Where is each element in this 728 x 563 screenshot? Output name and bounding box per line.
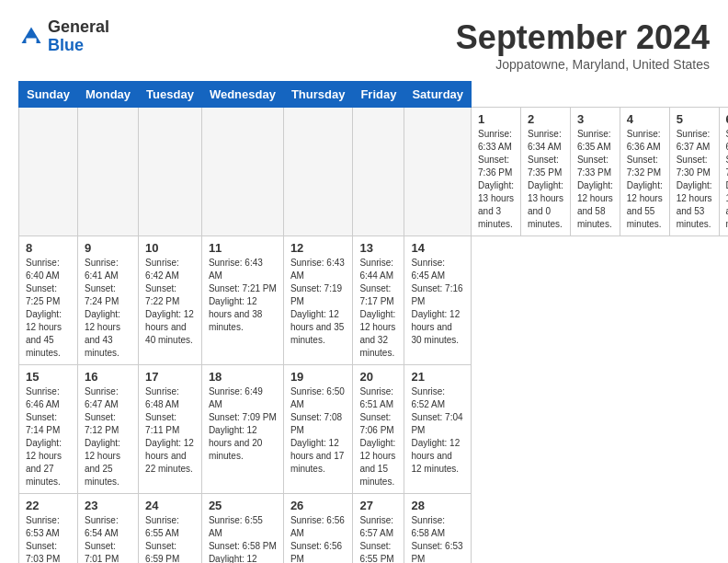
day-info: Sunrise: 6:44 AMSunset: 7:17 PMDaylight:… (359, 257, 397, 360)
col-wednesday: Wednesday (201, 82, 283, 108)
calendar-day: 23Sunrise: 6:54 AMSunset: 7:01 PMDayligh… (77, 494, 138, 564)
svg-rect-1 (26, 38, 36, 43)
day-number: 16 (85, 370, 131, 384)
calendar-day: 19Sunrise: 6:50 AMSunset: 7:08 PMDayligh… (283, 365, 353, 494)
day-number: 1 (478, 112, 514, 126)
day-number: 11 (209, 241, 277, 255)
day-number: 17 (145, 370, 195, 384)
day-number: 13 (359, 241, 397, 255)
day-number: 12 (290, 241, 347, 255)
col-monday: Monday (77, 82, 138, 108)
calendar-week-row: 1Sunrise: 6:33 AMSunset: 7:36 PMDaylight… (19, 108, 729, 236)
day-number: 4 (627, 112, 663, 126)
day-number: 15 (26, 370, 71, 384)
calendar-day (19, 108, 78, 236)
col-sunday: Sunday (19, 82, 78, 108)
page-header: General Blue September 2024 Joppatowne, … (18, 18, 710, 72)
day-info: Sunrise: 6:42 AMSunset: 7:22 PMDaylight:… (145, 257, 195, 347)
calendar-day: 12Sunrise: 6:43 AMSunset: 7:19 PMDayligh… (283, 236, 353, 365)
calendar-day (353, 108, 404, 236)
day-number: 28 (411, 499, 464, 512)
day-info: Sunrise: 6:34 AMSunset: 7:35 PMDaylight:… (528, 128, 563, 231)
day-info: Sunrise: 6:47 AMSunset: 7:12 PMDaylight:… (85, 385, 131, 488)
day-number: 14 (411, 241, 464, 255)
month-title: September 2024 (456, 18, 710, 57)
calendar-day (77, 108, 138, 236)
calendar-day: 10Sunrise: 6:42 AMSunset: 7:22 PMDayligh… (139, 236, 202, 365)
calendar-day: 22Sunrise: 6:53 AMSunset: 7:03 PMDayligh… (19, 494, 78, 564)
calendar-day: 9Sunrise: 6:41 AMSunset: 7:24 PMDaylight… (77, 236, 138, 365)
day-info: Sunrise: 6:37 AMSunset: 7:30 PMDaylight:… (677, 128, 712, 231)
day-number: 18 (209, 370, 277, 384)
day-number: 26 (290, 499, 347, 512)
day-info: Sunrise: 6:33 AMSunset: 7:36 PMDaylight:… (478, 128, 514, 231)
calendar-day: 20Sunrise: 6:51 AMSunset: 7:06 PMDayligh… (353, 365, 404, 494)
day-number: 3 (577, 112, 613, 126)
calendar-day: 5Sunrise: 6:37 AMSunset: 7:30 PMDaylight… (669, 108, 719, 236)
calendar-day (404, 108, 472, 236)
day-info: Sunrise: 6:36 AMSunset: 7:32 PMDaylight:… (627, 128, 663, 231)
col-tuesday: Tuesday (139, 82, 202, 108)
calendar-day: 6Sunrise: 6:38 AMSunset: 7:29 PMDaylight… (719, 108, 728, 236)
calendar-table: Sunday Monday Tuesday Wednesday Thursday… (18, 81, 728, 563)
day-number: 9 (85, 241, 131, 255)
day-info: Sunrise: 6:53 AMSunset: 7:03 PMDaylight:… (26, 514, 71, 563)
col-thursday: Thursday (283, 82, 353, 108)
day-info: Sunrise: 6:41 AMSunset: 7:24 PMDaylight:… (85, 257, 131, 360)
calendar-day: 17Sunrise: 6:48 AMSunset: 7:11 PMDayligh… (139, 365, 202, 494)
day-number: 25 (209, 499, 277, 512)
day-info: Sunrise: 6:55 AMSunset: 6:58 PMDaylight:… (209, 514, 277, 563)
calendar-day: 1Sunrise: 6:33 AMSunset: 7:36 PMDaylight… (472, 108, 521, 236)
calendar-header-row: Sunday Monday Tuesday Wednesday Thursday… (19, 82, 729, 108)
calendar-day: 21Sunrise: 6:52 AMSunset: 7:04 PMDayligh… (404, 365, 472, 494)
day-info: Sunrise: 6:52 AMSunset: 7:04 PMDaylight:… (411, 385, 464, 476)
calendar-day: 24Sunrise: 6:55 AMSunset: 6:59 PMDayligh… (139, 494, 202, 564)
day-info: Sunrise: 6:45 AMSunset: 7:16 PMDaylight:… (411, 257, 464, 347)
day-info: Sunrise: 6:35 AMSunset: 7:33 PMDaylight:… (577, 128, 613, 231)
day-number: 27 (359, 499, 397, 512)
calendar-day: 15Sunrise: 6:46 AMSunset: 7:14 PMDayligh… (19, 365, 78, 494)
day-info: Sunrise: 6:49 AMSunset: 7:09 PMDaylight:… (209, 385, 277, 463)
day-info: Sunrise: 6:46 AMSunset: 7:14 PMDaylight:… (26, 385, 71, 488)
day-info: Sunrise: 6:48 AMSunset: 7:11 PMDaylight:… (145, 385, 195, 476)
day-info: Sunrise: 6:51 AMSunset: 7:06 PMDaylight:… (359, 385, 397, 488)
day-info: Sunrise: 6:56 AMSunset: 6:56 PMDaylight:… (290, 514, 347, 563)
calendar-day (283, 108, 353, 236)
day-info: Sunrise: 6:43 AMSunset: 7:21 PMDaylight:… (209, 257, 277, 334)
logo-text: General Blue (48, 18, 109, 55)
day-number: 2 (528, 112, 563, 126)
calendar-day: 25Sunrise: 6:55 AMSunset: 6:58 PMDayligh… (201, 494, 283, 564)
calendar-week-row: 8Sunrise: 6:40 AMSunset: 7:25 PMDaylight… (19, 236, 729, 365)
day-number: 23 (85, 499, 131, 512)
col-friday: Friday (353, 82, 404, 108)
calendar-day: 3Sunrise: 6:35 AMSunset: 7:33 PMDaylight… (570, 108, 620, 236)
calendar-day: 14Sunrise: 6:45 AMSunset: 7:16 PMDayligh… (404, 236, 472, 365)
calendar-day: 26Sunrise: 6:56 AMSunset: 6:56 PMDayligh… (283, 494, 353, 564)
day-info: Sunrise: 6:57 AMSunset: 6:55 PMDaylight:… (359, 514, 397, 563)
calendar-day: 28Sunrise: 6:58 AMSunset: 6:53 PMDayligh… (404, 494, 472, 564)
location: Joppatowne, Maryland, United States (456, 57, 710, 72)
calendar-day: 4Sunrise: 6:36 AMSunset: 7:32 PMDaylight… (620, 108, 669, 236)
day-number: 24 (145, 499, 195, 512)
day-number: 5 (677, 112, 712, 126)
calendar-day (139, 108, 202, 236)
day-number: 21 (411, 370, 464, 384)
calendar-week-row: 22Sunrise: 6:53 AMSunset: 7:03 PMDayligh… (19, 494, 729, 564)
calendar-day: 16Sunrise: 6:47 AMSunset: 7:12 PMDayligh… (77, 365, 138, 494)
day-info: Sunrise: 6:55 AMSunset: 6:59 PMDaylight:… (145, 514, 195, 563)
day-number: 10 (145, 241, 195, 255)
col-saturday: Saturday (404, 82, 472, 108)
day-number: 22 (26, 499, 71, 512)
day-info: Sunrise: 6:58 AMSunset: 6:53 PMDaylight:… (411, 514, 464, 563)
logo: General Blue (18, 18, 109, 55)
calendar-day (201, 108, 283, 236)
title-block: September 2024 Joppatowne, Maryland, Uni… (456, 18, 710, 72)
day-number: 20 (359, 370, 397, 384)
calendar-day: 27Sunrise: 6:57 AMSunset: 6:55 PMDayligh… (353, 494, 404, 564)
day-info: Sunrise: 6:40 AMSunset: 7:25 PMDaylight:… (26, 257, 71, 360)
calendar-week-row: 15Sunrise: 6:46 AMSunset: 7:14 PMDayligh… (19, 365, 729, 494)
day-info: Sunrise: 6:54 AMSunset: 7:01 PMDaylight:… (85, 514, 131, 563)
logo-icon (18, 24, 44, 50)
calendar-day: 8Sunrise: 6:40 AMSunset: 7:25 PMDaylight… (19, 236, 78, 365)
day-number: 8 (26, 241, 71, 255)
